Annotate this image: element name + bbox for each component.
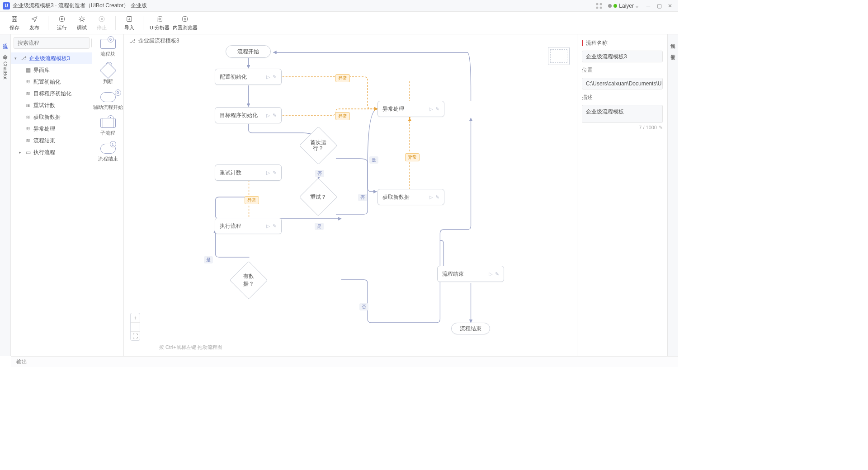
zoom-out-button[interactable]: － <box>131 322 140 331</box>
edge-label-exception: 异常 <box>405 153 420 161</box>
edit-icon[interactable]: ✎ <box>273 223 277 229</box>
edit-icon[interactable]: ✎ <box>435 106 439 112</box>
flow-location-input[interactable]: C:\Users\caixuan\Documents\UiBc <box>582 78 663 89</box>
badge: 0 <box>115 89 121 96</box>
flow-canvas[interactable]: 流程开始 配置初始化▷✎ 目标程序初始化▷✎ 异常处理▷✎ 首次运行？ 重试计数… <box>124 34 577 356</box>
tree-item[interactable]: ≋流程结束 <box>11 135 92 146</box>
edge-label-no: 否 <box>315 170 324 177</box>
edit-icon[interactable]: ✎ <box>495 271 499 277</box>
chevron-down-icon[interactable]: ⌄ <box>635 3 639 9</box>
layers-icon: ≋ <box>24 114 32 120</box>
badge: 6 <box>108 36 114 42</box>
search-flow-input[interactable] <box>14 37 90 49</box>
svg-rect-8 <box>101 18 103 20</box>
zoom-fit-button[interactable]: ⛶ <box>131 331 140 340</box>
run-button[interactable]: 运行 <box>52 13 72 33</box>
tree-label: 配置初始化 <box>33 78 61 86</box>
toolbar-separator <box>48 16 48 30</box>
play-icon[interactable]: ▷ <box>266 74 270 80</box>
chevron-right-icon: ▸ <box>19 150 24 155</box>
svg-rect-10 <box>157 17 162 22</box>
tree-item[interactable]: ≋重试计数 <box>11 99 92 111</box>
rail-tab-variables[interactable]: 变量 <box>670 49 676 52</box>
minimap[interactable] <box>548 47 570 65</box>
rail-tab-properties[interactable]: 属性 <box>670 38 676 42</box>
node-exception[interactable]: 异常处理▷✎ <box>377 101 444 117</box>
edit-icon[interactable]: ✎ <box>273 113 277 118</box>
node-retry-count[interactable]: 重试计数▷✎ <box>215 164 282 181</box>
tree-item[interactable]: ≋配置初始化 <box>11 76 92 88</box>
rail-tab-chatbot[interactable]: ChatBot <box>3 60 8 81</box>
edge-label-exception: 异常 <box>245 196 259 204</box>
flow-tree: ▾ ⎇ 企业级流程模板3 ▦界面库 ≋配置初始化 ≋目标程序初始化 ≋重试计数 … <box>11 52 92 356</box>
palette-decision[interactable]: 3判断 <box>102 65 114 85</box>
edit-icon[interactable]: ✎ <box>435 194 439 200</box>
window-minimize-button[interactable]: ─ <box>643 0 654 11</box>
palette-block[interactable]: 6流程块 <box>100 39 116 57</box>
palette-aux-start[interactable]: 0辅助流程开始 <box>93 92 123 111</box>
save-button[interactable]: 保存 <box>5 13 24 33</box>
svg-point-6 <box>80 18 84 21</box>
edit-icon[interactable]: ✎ <box>273 74 277 80</box>
prop-label-desc: 描述 <box>582 94 663 100</box>
rail-tab-command[interactable]: 命令 <box>2 49 9 52</box>
node-end-block[interactable]: 流程结束▷✎ <box>437 266 504 282</box>
node-has-data-decision[interactable]: 有数据？ <box>235 267 262 294</box>
tree-label: 重试计数 <box>33 102 55 109</box>
import-button[interactable]: 导入 <box>119 13 139 33</box>
play-icon[interactable]: ▷ <box>489 271 492 277</box>
builtin-browser-button[interactable]: B内置浏览器 <box>172 13 198 33</box>
play-icon[interactable]: ▷ <box>429 194 433 200</box>
edge-label-no: 否 <box>359 303 368 310</box>
play-icon[interactable]: ▷ <box>266 170 270 176</box>
toolbar-separator <box>115 16 116 30</box>
play-icon[interactable]: ▷ <box>266 113 270 118</box>
node-retry-decision[interactable]: 重试？ <box>305 183 332 211</box>
user-avatar-icon[interactable] <box>608 4 612 8</box>
tree-item[interactable]: ≋异常处理 <box>11 123 92 135</box>
edit-icon[interactable]: ✎ <box>273 170 277 176</box>
node-config-init[interactable]: 配置初始化▷✎ <box>215 69 282 85</box>
layers-icon: ≋ <box>24 126 32 132</box>
window-close-button[interactable]: ✕ <box>665 0 675 11</box>
tree-label: 企业级流程模板3 <box>29 55 70 62</box>
apps-grid-icon[interactable] <box>594 0 604 11</box>
edge-label-exception: 异常 <box>335 74 350 82</box>
node-end-pill[interactable]: 流程结束 <box>451 323 490 334</box>
prop-label-location: 位置 <box>582 67 663 73</box>
main-toolbar: 保存 发布 运行 调试 停止 导入 UI分析器 B内置浏览器 <box>0 12 678 34</box>
flow-desc-textarea[interactable]: 企业级流程模板 <box>582 105 663 123</box>
node-first-run-decision[interactable]: 首次运行？ <box>305 132 332 159</box>
node-target-init[interactable]: 目标程序初始化▷✎ <box>215 107 282 123</box>
breadcrumb: ⎇ 企业级流程模板3 <box>129 37 179 45</box>
output-bar[interactable]: 输出 <box>11 356 678 367</box>
edge-label-yes: 是 <box>204 256 213 263</box>
palette-subflow[interactable]: 1子流程 <box>100 118 116 136</box>
subflow-icon: ▭ <box>24 149 32 155</box>
play-icon[interactable]: ▷ <box>429 106 433 112</box>
breadcrumb-text[interactable]: 企业级流程模板3 <box>138 37 179 45</box>
title-bar: U 企业级流程模板3 · 流程创造者（UiBot Creator） 企业版 La… <box>0 0 678 12</box>
tree-item[interactable]: ≋获取新数据 <box>11 111 92 123</box>
debug-button[interactable]: 调试 <box>72 13 92 33</box>
zoom-control: ＋ － ⛶ <box>130 313 140 341</box>
ui-analyzer-button[interactable]: UI分析器 <box>147 13 172 33</box>
node-get-data[interactable]: 获取新数据▷✎ <box>377 189 444 205</box>
tree-root[interactable]: ▾ ⎇ 企业级流程模板3 <box>11 52 92 64</box>
rail-tab-flow[interactable]: 流程 <box>2 38 9 42</box>
canvas-area: ⎇ 企业级流程模板3 <box>124 34 577 356</box>
svg-rect-0 <box>596 3 598 5</box>
zoom-in-button[interactable]: ＋ <box>131 313 140 322</box>
flow-name-input[interactable]: 企业级流程模板3 <box>582 51 663 62</box>
tree-item[interactable]: ≋目标程序初始化 <box>11 88 92 99</box>
edit-icon[interactable]: ✎ <box>659 125 663 130</box>
window-maximize-button[interactable]: ▢ <box>654 0 665 11</box>
tree-item[interactable]: ▸▭执行流程 <box>11 146 92 158</box>
publish-button[interactable]: 发布 <box>24 13 44 33</box>
palette-end[interactable]: 1流程结束 <box>98 144 118 162</box>
user-name[interactable]: Laiyer <box>619 3 634 9</box>
tree-item[interactable]: ▦界面库 <box>11 64 92 76</box>
node-exec[interactable]: 执行流程▷✎ <box>215 218 282 234</box>
play-icon[interactable]: ▷ <box>266 223 270 229</box>
node-start[interactable]: 流程开始 <box>226 45 271 58</box>
